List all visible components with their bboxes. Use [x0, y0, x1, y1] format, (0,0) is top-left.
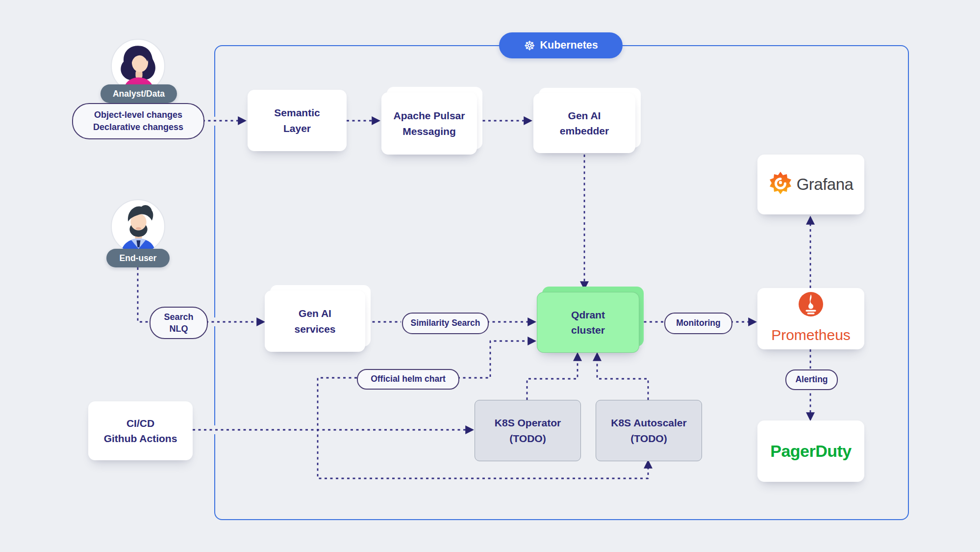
k8s-autoscaler-line1: K8S Autoscaler	[611, 415, 686, 431]
node-k8s-operator: K8S Operator (TODO)	[475, 400, 581, 461]
cicd-line1: CI/CD	[126, 416, 154, 431]
pulsar-line2: Messaging	[402, 124, 456, 139]
persona-label-analyst: Analyst/Data	[101, 84, 177, 103]
kubernetes-badge: ☸ Kubernetes	[499, 32, 623, 58]
prometheus-logo-icon	[798, 291, 824, 321]
embedder-line2: embedder	[560, 123, 609, 139]
analyst-note-line2: Declarative changess	[93, 121, 183, 133]
k8s-operator-line1: K8S Operator	[495, 415, 561, 431]
node-pagerduty: PagerDuty	[757, 421, 864, 482]
pulsar-line1: Apache Pulsar	[394, 108, 465, 124]
node-k8s-autoscaler: K8S Autoscaler (TODO)	[596, 400, 702, 461]
semantic-layer-line1: Semantic	[274, 105, 320, 121]
edge-label-alerting: Alerting	[785, 369, 838, 390]
analyst-note-pill: Object-level changes Declarative changes…	[72, 103, 204, 139]
end-user-avatar-icon	[110, 199, 166, 256]
kubernetes-wheel-icon: ☸	[524, 39, 535, 52]
cicd-line2: Github Actions	[104, 431, 177, 447]
qdrant-line2: cluster	[571, 322, 605, 338]
search-nlq-line2: NLQ	[170, 323, 188, 335]
similarity-search-text: Similarity Search	[410, 317, 480, 329]
qdrant-line1: Qdrant	[571, 307, 605, 323]
semantic-layer-line2: Layer	[283, 121, 311, 136]
node-grafana: Grafana	[757, 155, 864, 214]
edge-label-search-nlq: Search NLQ	[150, 307, 208, 339]
node-semantic-layer: Semantic Layer	[248, 90, 347, 151]
grafana-logo-icon	[769, 171, 792, 199]
k8s-operator-line2: (TODO)	[509, 431, 546, 447]
node-qdrant-cluster: Qdrant cluster	[537, 292, 638, 352]
official-helm-chart-text: Official helm chart	[371, 373, 446, 385]
grafana-wordmark: Grafana	[797, 172, 854, 197]
prometheus-wordmark: Prometheus	[771, 324, 851, 346]
analyst-note-line1: Object-level changes	[94, 109, 182, 121]
analyst-label-text: Analyst/Data	[113, 89, 165, 99]
architecture-diagram: ☸ Kubernetes Analyst/Data Object-level c…	[0, 0, 980, 552]
k8s-autoscaler-line2: (TODO)	[630, 431, 667, 447]
node-genai-embedder: Gen AI embedder	[533, 93, 635, 153]
pagerduty-wordmark: PagerDuty	[770, 439, 852, 464]
edge-label-official-helm-chart: Official helm chart	[357, 369, 459, 390]
node-cicd-github-actions: CI/CD Github Actions	[88, 401, 193, 460]
end-user-label-text: End-user	[120, 253, 157, 263]
edge-label-similarity-search: Similarity Search	[402, 313, 489, 334]
node-prometheus: Prometheus	[757, 288, 864, 349]
node-apache-pulsar: Apache Pulsar Messaging	[381, 92, 477, 155]
kubernetes-badge-label: Kubernetes	[540, 39, 598, 52]
genai-services-line1: Gen AI	[299, 306, 331, 321]
embedder-line1: Gen AI	[568, 108, 601, 124]
alerting-text: Alerting	[795, 374, 828, 386]
persona-label-end-user: End-user	[106, 249, 170, 267]
monitoring-text: Monitoring	[676, 317, 720, 329]
genai-services-line2: services	[294, 321, 335, 337]
node-genai-services: Gen AI services	[265, 290, 365, 352]
edge-label-monitoring: Monitoring	[664, 313, 732, 334]
search-nlq-line1: Search	[164, 311, 193, 323]
